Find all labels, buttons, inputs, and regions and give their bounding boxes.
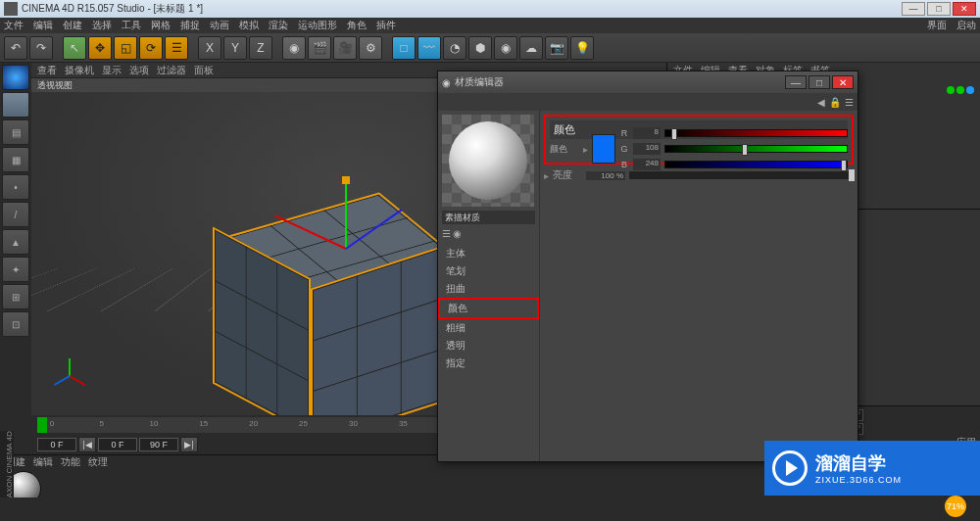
channel-opacity[interactable]: 透明 — [438, 337, 539, 355]
menu-mograph[interactable]: 运动图形 — [298, 19, 337, 32]
current-frame-field[interactable]: 0 F — [98, 438, 137, 451]
material-name-field[interactable]: 素描材质 — [442, 211, 535, 224]
me-menu-icon[interactable]: ☰ — [845, 97, 854, 108]
polygon-mode-icon[interactable]: ▲ — [2, 229, 29, 255]
move-tool[interactable]: ✥ — [88, 36, 112, 60]
mm-menu-texture[interactable]: 纹理 — [88, 455, 108, 469]
channel-assign[interactable]: 指定 — [438, 355, 539, 372]
axis-z-toggle[interactable]: Z — [249, 36, 272, 60]
add-deformer[interactable]: ◉ — [494, 36, 517, 60]
me-preview-icon[interactable]: ◉ — [453, 228, 462, 239]
point-mode-icon[interactable]: • — [2, 174, 29, 200]
add-spline[interactable]: 〰 — [417, 36, 441, 60]
vp-menu-panel[interactable]: 面板 — [194, 64, 214, 77]
add-light[interactable]: 💡 — [570, 36, 594, 60]
axis-y-toggle[interactable]: Y — [223, 36, 247, 60]
mm-menu-edit[interactable]: 编辑 — [33, 455, 53, 469]
brightness-value-field[interactable]: 100 % — [586, 171, 625, 180]
b-slider[interactable] — [664, 161, 848, 168]
r-value-field[interactable]: 8 — [633, 127, 661, 139]
channel-thickness[interactable]: 粗细 — [438, 319, 539, 337]
axis-mode-icon[interactable]: ✦ — [2, 257, 29, 282]
channel-distort[interactable]: 扭曲 — [438, 280, 539, 298]
start-frame-field[interactable]: 0 F — [37, 438, 76, 451]
workplane-toggle-icon[interactable]: ⊡ — [2, 311, 29, 337]
scale-tool[interactable]: ◱ — [114, 36, 137, 60]
undo-button[interactable]: ↶ — [4, 36, 27, 60]
recent-tool[interactable]: ☰ — [165, 36, 188, 60]
goto-end-button[interactable]: ▶| — [180, 437, 198, 452]
channel-color[interactable]: 颜色 — [438, 298, 539, 319]
material-preview[interactable] — [442, 115, 534, 207]
snap-toggle-icon[interactable]: ⊞ — [2, 284, 29, 309]
material-editor-titlebar[interactable]: ◉ 材质编辑器 — □ ✕ — [438, 71, 858, 93]
make-editable-icon[interactable] — [2, 65, 29, 90]
menu-edit[interactable]: 编辑 — [33, 19, 53, 32]
menu-render[interactable]: 渲染 — [269, 19, 288, 32]
menu-create[interactable]: 创建 — [63, 19, 82, 32]
end-frame-field[interactable]: 90 F — [139, 438, 178, 451]
add-cube[interactable]: □ — [392, 36, 416, 60]
menu-layout[interactable]: 界面 — [927, 19, 947, 32]
menu-animate[interactable]: 动画 — [210, 19, 229, 32]
minimize-button[interactable]: — — [902, 2, 925, 16]
add-nurbs[interactable]: ◔ — [443, 36, 466, 60]
workplane-icon[interactable]: ▦ — [2, 147, 29, 172]
me-layer-icon[interactable]: ☰ — [442, 228, 451, 239]
b-value-field[interactable]: 248 — [633, 159, 661, 170]
vp-menu-view[interactable]: 查看 — [37, 64, 57, 77]
menu-file[interactable]: 文件 — [4, 19, 24, 32]
brightness-expand-icon[interactable]: ▸ — [544, 170, 549, 181]
coord-system[interactable]: ◉ — [282, 36, 306, 60]
me-maximize-button[interactable]: □ — [808, 75, 830, 89]
gizmo-y-handle[interactable] — [342, 176, 350, 184]
timeline-playhead[interactable] — [37, 417, 47, 433]
edge-mode-icon[interactable]: / — [2, 202, 29, 227]
menu-snap[interactable]: 捕捉 — [180, 19, 200, 32]
menu-tools[interactable]: 工具 — [122, 19, 141, 32]
add-generator[interactable]: ⬢ — [468, 36, 492, 60]
add-camera[interactable]: 📷 — [545, 36, 568, 60]
me-back-button[interactable]: ◀ — [817, 97, 825, 108]
menu-select[interactable]: 选择 — [92, 19, 112, 32]
r-slider[interactable] — [664, 129, 848, 137]
menu-plugins[interactable]: 插件 — [376, 19, 396, 32]
vp-menu-filter[interactable]: 过滤器 — [157, 64, 186, 77]
render-view[interactable]: 🎬 — [308, 36, 331, 60]
me-minimize-button[interactable]: — — [785, 75, 807, 89]
vp-menu-cameras[interactable]: 摄像机 — [65, 64, 94, 77]
mm-menu-function[interactable]: 功能 — [61, 455, 80, 469]
me-lock-icon[interactable]: 🔒 — [829, 97, 841, 108]
render-pv[interactable]: 🎥 — [333, 36, 357, 60]
g-slider[interactable] — [664, 145, 848, 153]
color-expand-icon[interactable]: ▸ — [583, 144, 588, 155]
menu-startup[interactable]: 启动 — [956, 19, 976, 32]
color-swatch[interactable] — [592, 134, 615, 164]
channel-body[interactable]: 主体 — [438, 245, 539, 262]
visibility-editor-dot[interactable] — [947, 86, 955, 94]
texture-mode-icon[interactable]: ▤ — [2, 119, 29, 145]
rotate-tool[interactable]: ⟳ — [139, 36, 163, 60]
close-button[interactable]: ✕ — [953, 2, 976, 16]
visibility-render-dot[interactable] — [956, 86, 964, 94]
vp-menu-display[interactable]: 显示 — [102, 64, 122, 77]
goto-start-button[interactable]: |◀ — [78, 437, 96, 452]
brightness-slider[interactable] — [629, 171, 854, 179]
cube-object[interactable] — [218, 229, 414, 415]
gizmo-y-axis[interactable] — [345, 180, 347, 249]
maximize-button[interactable]: □ — [927, 2, 951, 16]
menu-simulate[interactable]: 模拟 — [239, 19, 259, 32]
redo-button[interactable]: ↷ — [29, 36, 53, 60]
menu-character[interactable]: 角色 — [347, 19, 367, 32]
me-close-button[interactable]: ✕ — [832, 75, 854, 89]
select-tool[interactable]: ↖ — [63, 36, 86, 60]
menu-mesh[interactable]: 网格 — [151, 19, 171, 32]
add-environment[interactable]: ☁ — [519, 36, 543, 60]
render-settings[interactable]: ⚙ — [359, 36, 382, 60]
channel-stroke[interactable]: 笔划 — [438, 262, 539, 280]
tag-dot[interactable] — [966, 86, 974, 94]
vp-menu-options[interactable]: 选项 — [129, 64, 149, 77]
g-value-field[interactable]: 108 — [633, 143, 661, 155]
model-mode-icon[interactable] — [2, 92, 29, 118]
axis-x-toggle[interactable]: X — [198, 36, 221, 60]
